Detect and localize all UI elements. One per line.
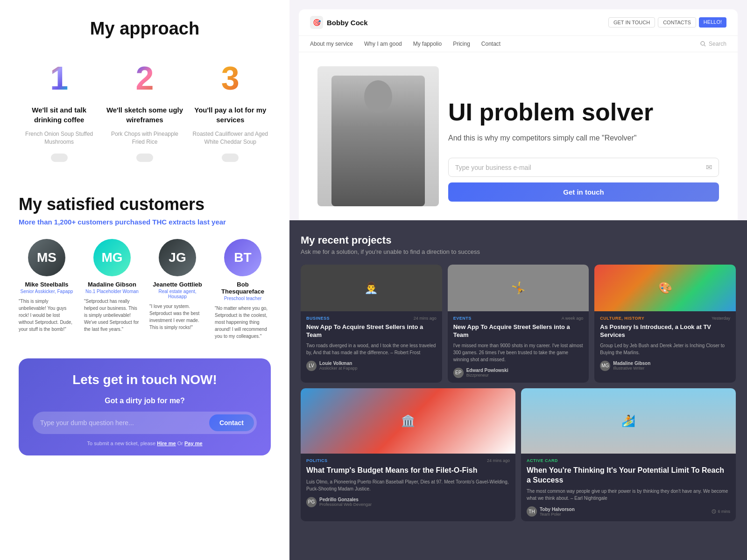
projects-header: My recent projects Ask me for a solution… bbox=[301, 234, 736, 255]
svg-line-1 bbox=[704, 45, 705, 47]
cta-input[interactable] bbox=[40, 419, 205, 427]
step-1-toggle[interactable] bbox=[51, 154, 68, 162]
portfolio-nav: 🎯 Bobby Cock GET IN TOUCH CONTACTS HELLO… bbox=[299, 9, 738, 36]
project-img-3: 🎨 bbox=[594, 265, 736, 311]
author-role-5: Team Poler bbox=[540, 512, 575, 517]
step-2-heading: We'll sketch some ugly wireframes bbox=[104, 105, 185, 125]
portfolio-site: 🎯 Bobby Cock GET IN TOUCH CONTACTS HELLO… bbox=[299, 9, 738, 220]
avatar-4: BT bbox=[224, 239, 261, 276]
customer-role-1: Senior Asskicker, Fapapp bbox=[19, 289, 75, 294]
customers-subtitle: More than 1,200+ customers purchased THC… bbox=[19, 218, 271, 226]
project-author-3: MG Madaline Gibson Illustrative Writer bbox=[600, 361, 730, 371]
hero-image bbox=[317, 66, 439, 206]
sec-nav-pricing[interactable]: Pricing bbox=[453, 41, 470, 47]
step-3: 3 You'll pay a lot for my services Roast… bbox=[190, 57, 271, 162]
step-1-subtitle: French Onion Soup Stuffed Mushrooms bbox=[19, 130, 99, 146]
author-avatar-1: LV bbox=[306, 361, 317, 371]
sec-nav-why[interactable]: Why I am good bbox=[364, 41, 402, 47]
author-info-5: Toby Halvorson Team Poler bbox=[540, 507, 575, 517]
project-desc-2: I've missed more than 9000 shots in my c… bbox=[453, 342, 584, 363]
project-tag-5: ACTIVE CARD bbox=[527, 458, 558, 463]
project-card-3[interactable]: 🎨 CULTURE, HISTORY Yesterday As Postery … bbox=[594, 265, 736, 383]
customer-name-1: Mike Steelballs bbox=[19, 281, 75, 288]
email-input[interactable] bbox=[455, 164, 702, 171]
customer-quote-4: "No matter where you go, Setproduct is t… bbox=[215, 305, 271, 340]
avatar-1: MS bbox=[28, 239, 65, 276]
author-role-2: Bizzpreneur bbox=[466, 373, 508, 378]
nav-links: GET IN TOUCH CONTACTS HELLO! bbox=[608, 17, 726, 28]
customer-role-4: Preschool teacher bbox=[215, 296, 271, 301]
pay-me-link[interactable]: Pay me bbox=[184, 441, 203, 446]
customer-name-2: Madaline Gibson bbox=[84, 281, 140, 288]
svg-point-0 bbox=[701, 42, 705, 45]
step-3-number: 3 bbox=[209, 57, 251, 99]
search-placeholder: Search bbox=[709, 41, 726, 47]
customer-role-2: No.1 Placeholder Woman bbox=[84, 289, 140, 294]
cta-subtitle: Got a dirty job for me? bbox=[33, 397, 257, 405]
cta-top-title: Lets get in touch NOW! bbox=[33, 372, 257, 387]
avatar-3: JG bbox=[159, 239, 196, 276]
step-1: 1 We'll sit and talk drinking coffee Fre… bbox=[19, 57, 99, 162]
project-tags-3: CULTURE, HISTORY Yesterday bbox=[600, 316, 730, 321]
project-img-4: 🏛️ bbox=[301, 388, 515, 454]
project-img-1: 👨‍💼 bbox=[301, 265, 442, 311]
sec-nav-fappolio[interactable]: My fappolio bbox=[413, 41, 442, 47]
project-tags-1: BUSINESS 24 mins ago bbox=[306, 316, 437, 321]
step-2-toggle[interactable] bbox=[136, 154, 153, 162]
project-read-time: 6 mins bbox=[718, 509, 730, 514]
project-tags-5: ACTIVE CARD bbox=[527, 458, 730, 463]
hire-me-link[interactable]: Hire me bbox=[157, 441, 176, 446]
nav-contacts[interactable]: CONTACTS bbox=[658, 17, 696, 28]
clock-icon bbox=[712, 509, 716, 514]
project-body-4: POLITICS 24 mins ago What Trump's Budget… bbox=[301, 454, 515, 512]
project-title-2: New App To Acquire Street Sellers into a… bbox=[453, 323, 584, 339]
hero-tagline: And this is why my competitors simply ca… bbox=[448, 133, 719, 144]
sec-nav-about[interactable]: About my service bbox=[310, 41, 353, 47]
project-desc-3: Group Led by Jeb Bush and Derek Jeter is… bbox=[600, 342, 730, 356]
project-card-5[interactable]: 🏄 ACTIVE CARD When You're Thinking It's … bbox=[521, 388, 736, 522]
project-author-2: EP Edward Powlowski Bizzpreneur bbox=[453, 368, 584, 378]
project-card-1[interactable]: 👨‍💼 BUSINESS 24 mins ago New App To Acqu… bbox=[301, 265, 442, 383]
nav-get-in-touch[interactable]: GET IN TOUCH bbox=[608, 17, 655, 28]
project-body-2: EVENTS A week ago New App To Acquire Str… bbox=[448, 311, 589, 383]
customers-title: My satisfied customers bbox=[19, 195, 271, 214]
sec-nav-contact[interactable]: Contact bbox=[481, 41, 500, 47]
author-info-2: Edward Powlowski Bizzpreneur bbox=[466, 368, 508, 378]
project-img-2: 🤸 bbox=[448, 265, 589, 311]
author-role-4: Professional Web Devengar bbox=[319, 502, 372, 507]
cta-section: Lets get in touch NOW! Got a dirty job f… bbox=[19, 358, 271, 455]
author-name-5: Toby Halvorson bbox=[540, 507, 575, 512]
logo-icon: 🎯 bbox=[310, 16, 323, 29]
project-desc-1: Two roads diverged in a wood, and I took… bbox=[306, 342, 437, 356]
search-box[interactable]: Search bbox=[700, 41, 726, 47]
project-card-4[interactable]: 🏛️ POLITICS 24 mins ago What Trump's Bud… bbox=[301, 388, 515, 522]
project-author-1: LV Louie Volkman Asskicker at Fapapp bbox=[306, 361, 437, 371]
author-name-3: Madaline Gibson bbox=[613, 361, 650, 366]
nav-hello[interactable]: HELLO! bbox=[699, 17, 726, 28]
author-role-3: Illustrative Writer bbox=[613, 366, 650, 371]
cta-footer-text: To submit a new ticket, please bbox=[87, 441, 155, 446]
project-time-1: 24 mins ago bbox=[414, 316, 437, 321]
customers-count: 1,200+ bbox=[54, 218, 76, 226]
cta-or: Or bbox=[177, 441, 183, 446]
email-icon: ✉ bbox=[706, 163, 712, 172]
project-body-1: BUSINESS 24 mins ago New App To Acquire … bbox=[301, 311, 442, 376]
projects-top-grid: 👨‍💼 BUSINESS 24 mins ago New App To Acqu… bbox=[301, 265, 736, 383]
customers-subtitle-suffix: customers purchased THC extracts last ye… bbox=[76, 218, 226, 226]
project-tag-3: CULTURE, HISTORY bbox=[600, 316, 644, 321]
customer-role-3: Real estate agent, Housapp bbox=[149, 289, 205, 299]
secondary-nav: About my service Why I am good My fappol… bbox=[299, 36, 738, 52]
left-panel: My approach 1 We'll sit and talk drinkin… bbox=[0, 0, 289, 560]
project-title-4: What Trump's Budget Means for the Filet-… bbox=[306, 466, 510, 476]
nav-logo-text: Bobby Cock bbox=[327, 19, 368, 27]
project-tag-4: POLITICS bbox=[306, 458, 328, 463]
hero-title: UI problem solver bbox=[448, 99, 719, 125]
step-3-toggle[interactable] bbox=[222, 154, 239, 162]
project-card-2[interactable]: 🤸 EVENTS A week ago New App To Acquire S… bbox=[448, 265, 589, 383]
get-in-touch-button[interactable]: Get in touch bbox=[448, 182, 719, 202]
project-title-3: As Postery Is Introduced, a Look at TV S… bbox=[600, 323, 730, 339]
author-avatar-2: EP bbox=[453, 368, 464, 378]
cta-contact-button[interactable]: Contact bbox=[209, 414, 254, 431]
project-body-3: CULTURE, HISTORY Yesterday As Postery Is… bbox=[594, 311, 736, 376]
approach-steps: 1 We'll sit and talk drinking coffee Fre… bbox=[19, 57, 271, 162]
